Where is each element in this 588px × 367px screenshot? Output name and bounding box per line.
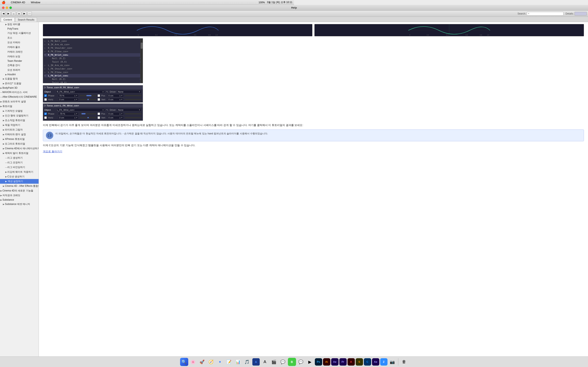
sidebar-item-help[interactable]: ▶ 도움말 동작: [0, 76, 39, 81]
sidebar-item-mech[interactable]: ▶ 기계적인 모델링: [0, 109, 39, 113]
pos-label-1: Pos: [101, 94, 106, 97]
vert-checkbox-2[interactable]: [98, 117, 100, 119]
forward-button[interactable]: ▶: [6, 11, 11, 16]
sidebar-item-4[interactable]: 모션 카메라: [0, 40, 39, 45]
tab-search-results[interactable]: Search Results: [15, 17, 37, 22]
menu-cinema4d[interactable]: CINEMA 4D: [9, 0, 26, 4]
svg-point-16: [49, 134, 50, 135]
sidebar-item-character[interactable]: ▶ 캐릭터 빌더 튜토리얼: [0, 151, 39, 156]
sidebar-item-bodypaint[interactable]: ▶ BodyPaint 3D: [0, 86, 39, 90]
sidebar-item-7[interactable]: 카메라 보정: [0, 54, 39, 59]
cursor-icon-1[interactable]: ↖: [106, 90, 109, 93]
torso-control-2: ▷ Torso_con+:L_FK_Wrist_con+ Object L_FK…: [43, 103, 143, 121]
r-fk-wrist-label: R_FK_Wrist_con+: [57, 91, 75, 93]
sidebar-item-sculpt[interactable]: ▶ 조소작업 튜토리얼: [0, 118, 39, 123]
sidebar-item-camera[interactable]: ▶ 카메라와 렌더 설정: [0, 132, 39, 137]
info-box-text: 이 파일에서, 손가락들은 더 현실적인 자세로 회전되어집니다. - 손가락은…: [55, 132, 294, 135]
home-button[interactable]: ⌂: [11, 11, 16, 16]
sidebar-item-action-setup[interactable]: ▶ 액션 설정하기: [0, 179, 39, 184]
rig-hierarchy-image: ▷ L_FK_Ball_con+ ✦ ▷ R_IK_Arm_nb_con+ ✦ …: [43, 38, 143, 83]
sidebar-item-0[interactable]: ▶ 씽킹 파티클: [0, 22, 39, 27]
sidebar-item-6[interactable]: 카메라 크레인: [0, 50, 39, 54]
vert-label-2: Vert: [101, 117, 106, 119]
title-bar: Help: [0, 5, 294, 11]
toolbar: ◀ ▶ ⌂ ● ▶ ⋯ Search: ✕ Details:: [0, 11, 294, 17]
sidebar-item-maxon[interactable]: — MAXON 라이선스 서버: [0, 90, 39, 95]
sidebar-item-human[interactable]: ▶ 인간 형태 모델링하기: [0, 113, 39, 118]
vert-val-1: 0 cm: [108, 98, 113, 101]
pos-checkbox-2[interactable]: [98, 113, 100, 115]
curve-graph-left: 0 0.2 0.4 0.6 0.8 1.0: [43, 24, 294, 36]
driver-label-2: Driver: [110, 109, 116, 111]
sidebar-item-online-help[interactable]: ▶ 온라인* 도움말: [0, 81, 39, 86]
phase-checkbox-2[interactable]: [44, 113, 47, 115]
battery-label: 100%: [259, 1, 265, 4]
sidebar-item-2[interactable]: 가상 워킹 시뮬레이션: [0, 31, 39, 35]
main-panel: 0 0.2 0.4 0.6 0.8 1.0 0 0.2: [39, 22, 294, 184]
sidebar-item-aftereffects[interactable]: — After Effects에서의 CINEWARE: [0, 95, 39, 99]
bookmark-button[interactable]: ⋯: [27, 11, 32, 16]
sidebar-item-5[interactable]: 카메라 풀프: [0, 45, 39, 50]
driver-label-1: Driver: [110, 91, 116, 93]
outro-text: 이제 C모션의 기본 기능에 인식해졌고 템플릿을 사용해서 여러분만의 반복 …: [43, 143, 294, 148]
sidebar-item-material[interactable]: ▶ 재질 작업하기: [0, 123, 39, 127]
back-link[interactable]: 개요로 돌아가기: [43, 150, 62, 153]
menu-bar-right: 100% 3월 1일 (목) 오후 10:11: [259, 1, 292, 4]
apple-menu[interactable]: 🍎: [2, 1, 6, 4]
sidebar-item-rig-weight[interactable]: ▶ 리깅에 웨이트 적용하기: [0, 170, 39, 174]
info-box: 이 파일에서, 손가락들은 더 현실적인 자세로 회전되어집니다. - 손가락은…: [43, 129, 294, 141]
maximize-button[interactable]: [9, 7, 12, 9]
torso2-header: Torso_con+:L_FK_Wrist_con+: [47, 104, 79, 107]
sidebar-item-rig-create[interactable]: — 리그 생성하기: [0, 156, 39, 160]
vert-checkbox-1[interactable]: [98, 98, 100, 101]
l-fk-wrist-label: L_FK_Wrist_con+: [57, 109, 75, 111]
tab-content[interactable]: Content: [1, 17, 15, 22]
sidebar-item-8[interactable]: Team Render: [0, 59, 39, 63]
intro-text: 이제 반복해서 걷기가 아주 좋게 보이며 여러분은 자유롭게 미세조정하거나 …: [43, 123, 294, 127]
sidebar-item-1[interactable]: PolyTrans: [0, 27, 39, 31]
sidebar-item-animation[interactable]: ▶ Cinema 4D에서 애니메이션하기 – 기초: [0, 146, 39, 151]
phase-val1: 70 %: [59, 94, 64, 97]
cursor-icon-2[interactable]: ↖: [106, 108, 109, 111]
sidebar-item-xpresso[interactable]: ▶ XPresso 튜토리얼: [0, 137, 39, 142]
horiz-checkbox-2[interactable]: [44, 117, 47, 119]
back-button[interactable]: ◀: [1, 11, 6, 16]
pos-checkbox-1[interactable]: [98, 94, 100, 97]
horiz-val-2: 0 cm: [59, 117, 64, 119]
sidebar: ▶ 씽킹 파티클 PolyTrans 가상 워킹 시뮬레이션: [0, 22, 39, 184]
none-label-1: None: [118, 91, 123, 93]
svg-text:0.2: 0.2: [155, 34, 158, 36]
horiz-checkbox-1[interactable]: [44, 98, 47, 101]
sidebar-item-10[interactable]: 모션 트래커: [0, 68, 39, 72]
phase-label-2: Phase: [48, 113, 57, 115]
sidebar-item-rig-adjust[interactable]: — 리그 조정하기: [0, 160, 39, 165]
sidebar-item-lighting[interactable]: ▶ 라이트와 그림자: [0, 127, 39, 132]
object-label: Object: [44, 91, 54, 93]
sidebar-item-9[interactable]: 건축용 잔디: [0, 63, 39, 68]
phase-checkbox-1[interactable]: [44, 94, 47, 97]
horiz-label-1: Horiz: [48, 98, 57, 101]
sidebar-item-rig-bind[interactable]: — 리그 바인딩하기: [0, 165, 39, 170]
refresh-button[interactable]: ▶: [22, 11, 26, 16]
sidebar-item-content-browser[interactable]: ▶ 컨텐츠 브라우저 설명: [0, 99, 39, 104]
torso-control-1: ▷ Torso_con+:R_FK_Wrist_con+ Object R_FK…: [43, 85, 143, 103]
sidebar-item-cmotion-create[interactable]: ▶ C모션 생성하기: [0, 174, 39, 179]
sidebar-item-mograph[interactable]: ▶ 모그라프 튜토리얼: [0, 142, 39, 146]
menu-window[interactable]: Window: [30, 0, 42, 4]
horiz-val-1: 0 cm: [59, 98, 64, 101]
main-content: ▶ 씽킹 파티클 PolyTrans 가상 워킹 시뮬레이션: [0, 22, 294, 184]
pos-label-2: Pos: [101, 113, 106, 115]
pos-val-2: 0 cm: [108, 113, 113, 115]
none-label-2: None: [118, 109, 123, 111]
sidebar-item-tutorials[interactable]: ▶ 튜토리얼: [0, 104, 39, 109]
close-button[interactable]: [2, 7, 4, 9]
curve-graphs: 0 0.2 0.4 0.6 0.8 1.0 0 0.2: [43, 24, 294, 36]
minimize-button[interactable]: [6, 7, 8, 9]
stop-button[interactable]: ●: [17, 11, 21, 16]
svg-text:0: 0: [138, 34, 139, 36]
sidebar-item-houdini[interactable]: ▶ Houdini: [0, 72, 39, 76]
sidebar-item-3[interactable]: 조소: [0, 35, 39, 40]
tabs-bar: Content Search Results: [0, 17, 294, 22]
svg-text:1.0: 1.0: [215, 34, 218, 36]
phase-val2: -70 %: [59, 113, 65, 115]
